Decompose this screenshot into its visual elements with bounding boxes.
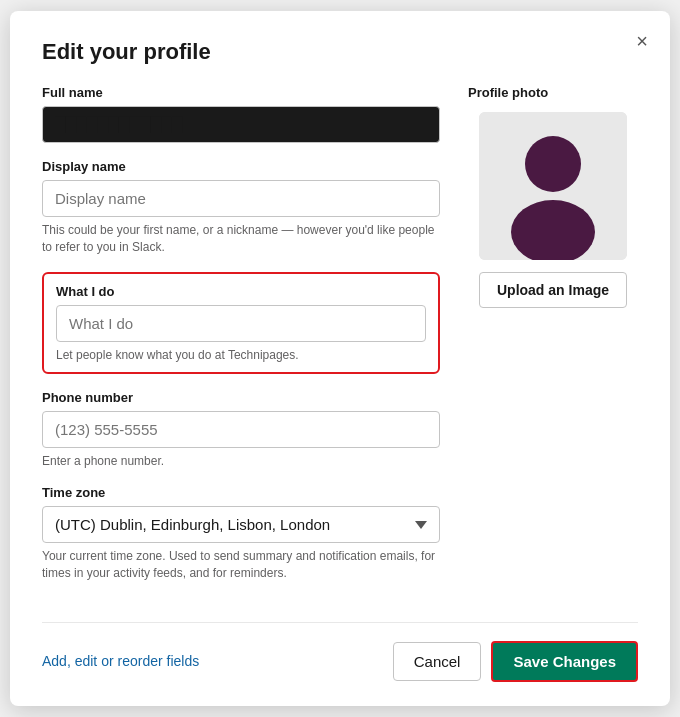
- time-zone-label: Time zone: [42, 485, 440, 500]
- time-zone-select[interactable]: (UTC) Dublin, Edinburgh, Lisbon, London: [42, 506, 440, 543]
- modal-footer: Add, edit or reorder fields Cancel Save …: [42, 622, 638, 682]
- display-name-label: Display name: [42, 159, 440, 174]
- display-name-field-group: Display name This could be your first na…: [42, 159, 440, 256]
- full-name-label: Full name: [42, 85, 440, 100]
- svg-point-1: [525, 136, 581, 192]
- modal-body: Full name Display name This could be you…: [42, 85, 638, 598]
- phone-number-label: Phone number: [42, 390, 440, 405]
- phone-number-hint: Enter a phone number.: [42, 453, 440, 470]
- add-fields-link[interactable]: Add, edit or reorder fields: [42, 653, 199, 669]
- avatar-container: [479, 112, 627, 260]
- time-zone-hint: Your current time zone. Used to send sum…: [42, 548, 440, 582]
- upload-image-button[interactable]: Upload an Image: [479, 272, 627, 308]
- what-i-do-input[interactable]: [56, 305, 426, 342]
- footer-buttons: Cancel Save Changes: [393, 641, 638, 682]
- save-changes-button[interactable]: Save Changes: [491, 641, 638, 682]
- avatar-icon: [479, 112, 627, 260]
- close-button[interactable]: ×: [636, 31, 648, 51]
- display-name-hint: This could be your first name, or a nick…: [42, 222, 440, 256]
- display-name-input[interactable]: [42, 180, 440, 217]
- full-name-field-group: Full name: [42, 85, 440, 143]
- left-column: Full name Display name This could be you…: [42, 85, 440, 598]
- what-i-do-label: What I do: [56, 284, 426, 299]
- cancel-button[interactable]: Cancel: [393, 642, 482, 681]
- time-zone-field-group: Time zone (UTC) Dublin, Edinburgh, Lisbo…: [42, 485, 440, 582]
- phone-number-input[interactable]: [42, 411, 440, 448]
- edit-profile-modal: Edit your profile × Full name Display na…: [10, 11, 670, 706]
- right-column: Profile photo Upload an Image: [468, 85, 638, 598]
- phone-number-field-group: Phone number Enter a phone number.: [42, 390, 440, 470]
- profile-photo-label: Profile photo: [468, 85, 548, 100]
- modal-title: Edit your profile: [42, 39, 638, 65]
- full-name-input[interactable]: [42, 106, 440, 143]
- what-i-do-field-group: What I do Let people know what you do at…: [42, 272, 440, 374]
- what-i-do-hint: Let people know what you do at Technipag…: [56, 347, 426, 364]
